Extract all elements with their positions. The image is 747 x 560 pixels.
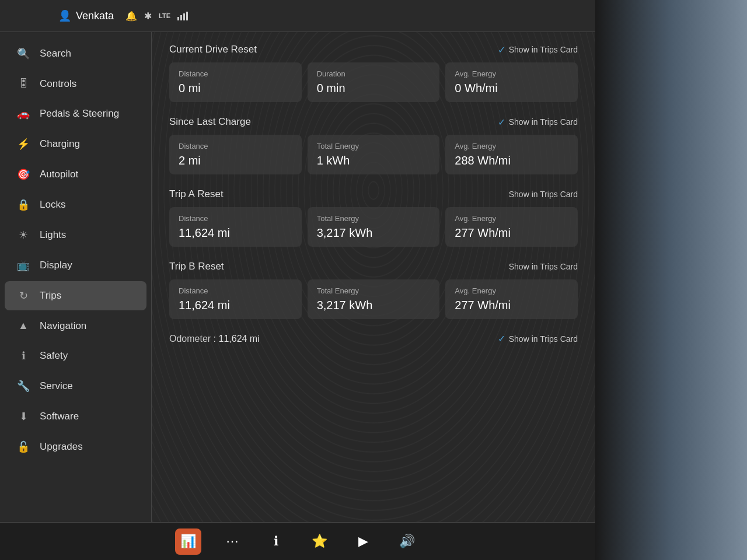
sidebar-item-pedals[interactable]: 🚗 Pedals & Steering: [5, 99, 146, 128]
top-bar: 👤 Venkata 🔔 ✱ LTE: [0, 0, 595, 32]
lights-icon: ☀: [16, 229, 30, 242]
sidebar-item-autopilot[interactable]: 🎯 Autopilot: [5, 160, 146, 189]
check-icon-2: ✓: [498, 117, 505, 128]
odometer-label: Odometer :: [169, 334, 216, 344]
user-info: 👤 Venkata: [58, 9, 114, 22]
taskbar-icon-app4: ⭐: [312, 534, 327, 549]
trips-icon: ↻: [16, 289, 30, 302]
sidebar-item-trips[interactable]: ↻ Trips: [5, 281, 146, 310]
since-last-charge-total-energy: Total Energy 1 kWh: [308, 135, 440, 174]
odometer-value: 11,624 mi: [218, 334, 259, 344]
sidebar-label-pedals: Pedals & Steering: [40, 108, 119, 120]
trip-a-show-in-trips[interactable]: Show in Trips Card: [509, 190, 578, 199]
since-last-charge-distance: Distance 2 mi: [169, 135, 302, 174]
taskbar: 📊 ⋯ ℹ ⭐ ▶ 🔊: [0, 522, 595, 560]
sidebar-item-display[interactable]: 📺 Display: [5, 251, 146, 280]
taskbar-item-app4[interactable]: ⭐: [306, 528, 333, 555]
current-drive-duration: Duration 0 min: [308, 62, 440, 102]
sidebar-item-lights[interactable]: ☀ Lights: [5, 220, 146, 250]
sidebar-item-safety[interactable]: ℹ Safety: [5, 341, 146, 370]
since-last-charge-show-in-trips[interactable]: ✓ Show in Trips Card: [498, 117, 578, 128]
taskbar-item-app6[interactable]: 🔊: [394, 528, 420, 555]
lte-badge: LTE: [159, 12, 170, 19]
user-icon: 👤: [58, 9, 71, 22]
current-drive-reset-btn[interactable]: Reset: [231, 44, 257, 55]
check-icon: ✓: [498, 44, 505, 55]
sidebar-label-search: Search: [40, 48, 71, 60]
since-last-charge-header: Since Last Charge ✓ Show in Trips Card: [169, 116, 578, 128]
since-last-charge-avg-energy: Avg. Energy 288 Wh/mi: [445, 135, 578, 174]
sidebar-label-upgrades: Upgrades: [40, 441, 83, 453]
current-drive-title: Current Drive Reset: [169, 44, 257, 55]
service-icon: 🔧: [16, 380, 30, 393]
current-drive-stats: Distance 0 mi Duration 0 min Avg. Energy…: [169, 62, 578, 102]
trip-b-reset-btn[interactable]: Reset: [198, 261, 224, 272]
signal-bars: [177, 12, 188, 20]
trip-b-distance: Distance 11,624 mi: [169, 279, 302, 319]
sidebar-item-search[interactable]: 🔍 Search: [5, 39, 146, 68]
sidebar-item-navigation[interactable]: ▲ Navigation: [5, 312, 146, 340]
charging-icon: ⚡: [16, 138, 30, 150]
taskbar-item-app3[interactable]: ℹ: [263, 528, 289, 555]
trip-a-avg-energy: Avg. Energy 277 Wh/mi: [445, 207, 578, 247]
search-icon: 🔍: [16, 47, 30, 60]
sidebar-label-controls: Controls: [40, 78, 76, 90]
sidebar-label-software: Software: [40, 411, 79, 422]
sidebar-label-display: Display: [40, 260, 72, 271]
trip-b-show-in-trips[interactable]: Show in Trips Card: [509, 262, 578, 271]
alert-icon: 🔔: [125, 10, 137, 22]
sidebar-item-service[interactable]: 🔧 Service: [5, 372, 146, 401]
sidebar-item-software[interactable]: ⬇ Software: [5, 402, 146, 431]
sidebar-label-charging: Charging: [40, 138, 80, 150]
current-drive-show-in-trips[interactable]: ✓ Show in Trips Card: [498, 44, 578, 55]
trip-b-avg-energy: Avg. Energy 277 Wh/mi: [445, 279, 578, 319]
trip-b-stats: Distance 11,624 mi Total Energy 3,217 kW…: [169, 279, 578, 319]
display-icon: 📺: [16, 259, 30, 272]
trip-a-distance: Distance 11,624 mi: [169, 207, 302, 247]
trip-b-section: Trip B Reset Show in Trips Card Distance…: [169, 261, 578, 319]
odometer-info: Odometer : 11,624 mi: [169, 334, 260, 344]
current-drive-header: Current Drive Reset ✓ Show in Trips Card: [169, 44, 578, 55]
username: Venkata: [76, 10, 114, 22]
odometer-show-in-trips[interactable]: ✓ Show in Trips Card: [498, 333, 578, 344]
sidebar-label-trips: Trips: [40, 290, 61, 302]
taskbar-icon-app3: ℹ: [274, 534, 278, 549]
lock-icon: 🔒: [16, 198, 30, 211]
trip-b-header: Trip B Reset Show in Trips Card: [169, 261, 578, 272]
sidebar-item-controls[interactable]: 🎛 Controls: [5, 69, 146, 98]
main-content: 🔍 Search 🎛 Controls 🚗 Pedals & Steering …: [0, 32, 595, 560]
autopilot-icon: 🎯: [16, 168, 30, 181]
sidebar-item-locks[interactable]: 🔒 Locks: [5, 190, 146, 219]
content-panel: Current Drive Reset ✓ Show in Trips Card…: [152, 32, 595, 560]
since-last-charge-section: Since Last Charge ✓ Show in Trips Card D…: [169, 116, 578, 174]
current-drive-section: Current Drive Reset ✓ Show in Trips Card…: [169, 44, 578, 102]
current-drive-distance: Distance 0 mi: [169, 62, 302, 102]
trip-a-header: Trip A Reset Show in Trips Card: [169, 188, 578, 200]
sidebar-label-locks: Locks: [40, 199, 65, 211]
trip-a-section: Trip A Reset Show in Trips Card Distance…: [169, 188, 578, 247]
taskbar-item-app2[interactable]: ⋯: [219, 528, 245, 555]
sidebar: 🔍 Search 🎛 Controls 🚗 Pedals & Steering …: [0, 32, 152, 560]
trip-a-title-group: Trip A Reset: [169, 188, 224, 200]
taskbar-item-app5[interactable]: ▶: [350, 528, 376, 555]
sidebar-item-charging[interactable]: ⚡ Charging: [5, 130, 146, 159]
taskbar-item-app1[interactable]: 📊: [175, 528, 201, 555]
trip-a-stats: Distance 11,624 mi Total Energy 3,217 kW…: [169, 207, 578, 247]
navigation-icon: ▲: [16, 320, 30, 332]
trip-a-total-energy: Total Energy 3,217 kWh: [308, 207, 440, 247]
sidebar-label-service: Service: [40, 380, 73, 392]
taskbar-icon-app1: 📊: [180, 534, 196, 549]
sidebar-label-lights: Lights: [40, 229, 66, 241]
safety-icon: ℹ: [16, 349, 30, 362]
trip-b-total-energy: Total Energy 3,217 kWh: [308, 279, 440, 319]
sidebar-label-autopilot: Autopilot: [40, 169, 78, 180]
right-panel-exterior: [595, 0, 747, 560]
current-drive-energy: Avg. Energy 0 Wh/mi: [445, 62, 578, 102]
trip-a-reset-btn[interactable]: Reset: [197, 188, 223, 200]
taskbar-icon-app6: 🔊: [399, 534, 415, 549]
taskbar-icon-app5: ▶: [358, 534, 368, 549]
sidebar-label-navigation: Navigation: [40, 320, 86, 332]
sidebar-item-upgrades[interactable]: 🔓 Upgrades: [5, 432, 146, 461]
sidebar-label-safety: Safety: [40, 350, 68, 362]
check-icon-3: ✓: [498, 333, 505, 344]
